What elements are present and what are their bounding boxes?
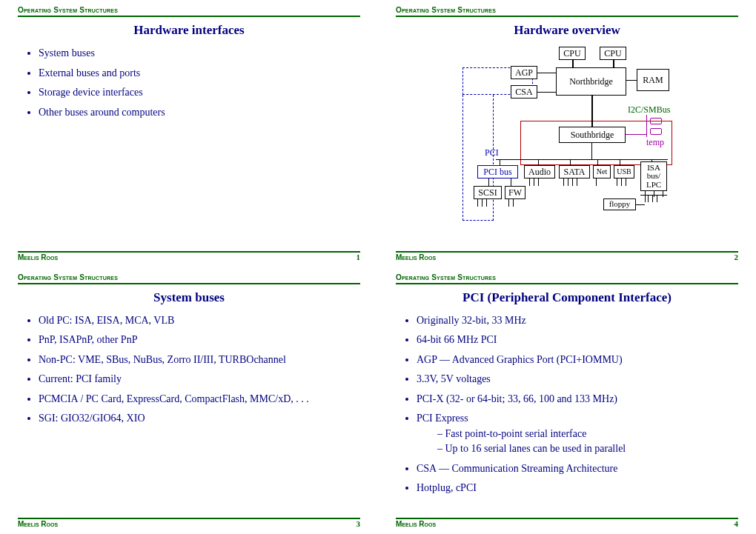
wire	[570, 159, 571, 165]
section-label: Operating System Structures	[396, 6, 738, 14]
bullet: Storage device interfaces	[39, 86, 360, 99]
box-floppy: floppy	[603, 198, 636, 210]
slide-footer: Meelis Roos 3	[18, 518, 360, 528]
bullet: System buses	[39, 47, 360, 60]
slide-body: Originally 32-bit, 33 MHz 64-bit 66 MHz …	[396, 314, 738, 495]
section-label: Operating System Structures	[396, 273, 738, 281]
slide-footer: Meelis Roos 4	[396, 518, 738, 528]
section-label: Operating System Structures	[18, 6, 360, 14]
wire	[488, 178, 489, 186]
wire	[597, 159, 598, 165]
wire	[538, 159, 539, 165]
wire	[537, 92, 556, 93]
bullet: Old PC: ISA, EISA, MCA, VLB	[39, 314, 360, 327]
rule	[396, 283, 738, 284]
slide-2: Operating System Structures Hardware ove…	[378, 0, 756, 267]
box-pci-bus: PCI bus	[477, 165, 518, 178]
wire	[626, 134, 646, 135]
slide-4: Operating System Structures PCI (Periphe…	[378, 267, 756, 535]
box-cpu: CPU	[600, 47, 626, 60]
box-southbridge: Southbridge	[559, 127, 626, 143]
page-number: 3	[357, 519, 361, 528]
pins	[529, 178, 543, 190]
box-csa: CSA	[511, 85, 537, 99]
box-fw: FW	[505, 186, 525, 199]
page-number: 2	[735, 253, 739, 261]
box-net: Net	[593, 165, 611, 178]
sub-bullet: Fast point-to-point serial interface	[437, 427, 738, 441]
label-i2c: I2C/SMBus	[628, 104, 670, 116]
bullet: 64-bit 66 MHz PCI	[417, 333, 738, 347]
bullet: PCMCIA / PC Card, ExpressCard, CompactFl…	[39, 393, 360, 406]
bullet: 3.3V, 5V voltages	[417, 373, 738, 386]
label-pci: PCI	[485, 147, 499, 158]
wire	[511, 178, 511, 186]
pins	[508, 199, 517, 210]
wire	[537, 73, 556, 73]
box-sata: SATA	[559, 165, 590, 178]
wire	[572, 60, 574, 67]
wire	[645, 191, 646, 202]
box-scsi: SCSI	[474, 186, 502, 199]
temp-sensor-icon	[650, 128, 662, 135]
wire	[613, 60, 614, 67]
slide-sheet: Operating System Structures Hardware int…	[0, 0, 756, 534]
page-number: 4	[735, 519, 739, 528]
pins	[596, 178, 600, 190]
wire	[591, 143, 592, 159]
slide-title: PCI (Peripheral Component Interface)	[396, 290, 738, 305]
rule	[396, 16, 738, 17]
pins	[563, 178, 581, 190]
bullet: PnP, ISAPnP, other PnP	[39, 333, 360, 347]
author: Meelis Roos	[18, 520, 58, 528]
slide-footer: Meelis Roos 2	[396, 251, 738, 261]
bullet: Originally 32-bit, 33 MHz	[417, 314, 738, 327]
box-usb: USB	[614, 165, 634, 178]
box-audio: Audio	[524, 165, 555, 178]
slide-title: System buses	[18, 290, 360, 305]
wire	[646, 115, 647, 137]
wire	[663, 191, 663, 197]
bullet: Other buses around computers	[39, 106, 360, 119]
bullet-text: PCI Express	[417, 413, 468, 424]
bullet: PCI Express Fast point-to-point serial i…	[417, 412, 738, 455]
bullet: AGP — Advanced Graphics Port (PCI+IOMMU)	[417, 353, 738, 367]
bullet: Hotplug, cPCI	[417, 481, 738, 495]
slide-title: Hardware interfaces	[18, 23, 360, 38]
rule	[18, 16, 360, 17]
pins	[617, 178, 630, 190]
box-isa: ISA bus/ LPC	[640, 161, 667, 191]
bullet: Current: PCI family	[39, 373, 360, 386]
temp-sensor-icon	[650, 118, 662, 124]
pins	[648, 195, 661, 206]
box-agp: AGP	[511, 66, 537, 79]
bullet: CSA — Communication Streaming Architectu…	[417, 462, 738, 475]
bullet: SGI: GIO32/GIO64, XIO	[39, 412, 360, 425]
wire	[500, 159, 500, 165]
slide-title: Hardware overview	[396, 23, 738, 38]
box-northbridge: Northbridge	[556, 67, 626, 96]
rule	[18, 283, 360, 284]
hardware-diagram: CPU CPU AGP CSA Northbridge RAM Southbri…	[455, 47, 692, 228]
bullet: PCI-X (32- or 64-bit; 33, 66, 100 and 13…	[417, 393, 738, 406]
box-cpu: CPU	[559, 47, 586, 60]
slide-footer: Meelis Roos 1	[18, 251, 360, 261]
slide-3: Operating System Structures System buses…	[0, 267, 378, 535]
author: Meelis Roos	[396, 520, 436, 528]
author: Meelis Roos	[18, 253, 58, 261]
label-temp: temp	[646, 137, 664, 148]
slide-1: Operating System Structures Hardware int…	[0, 0, 378, 267]
wire	[620, 159, 620, 165]
bus-rail	[496, 159, 668, 160]
wire	[591, 96, 593, 127]
author: Meelis Roos	[396, 253, 436, 261]
bullet: External buses and ports	[39, 67, 360, 80]
box-ram: RAM	[637, 69, 669, 91]
pins	[477, 199, 491, 210]
sub-bullet: Up to 16 serial lanes can be used in par…	[437, 442, 738, 455]
bullet: Non-PC: VME, SBus, NuBus, Zorro II/III, …	[39, 353, 360, 367]
slide-body: System buses External buses and ports St…	[18, 47, 360, 119]
section-label: Operating System Structures	[18, 273, 360, 281]
slide-body: Old PC: ISA, EISA, MCA, VLB PnP, ISAPnP,…	[18, 314, 360, 425]
wire	[636, 204, 645, 205]
